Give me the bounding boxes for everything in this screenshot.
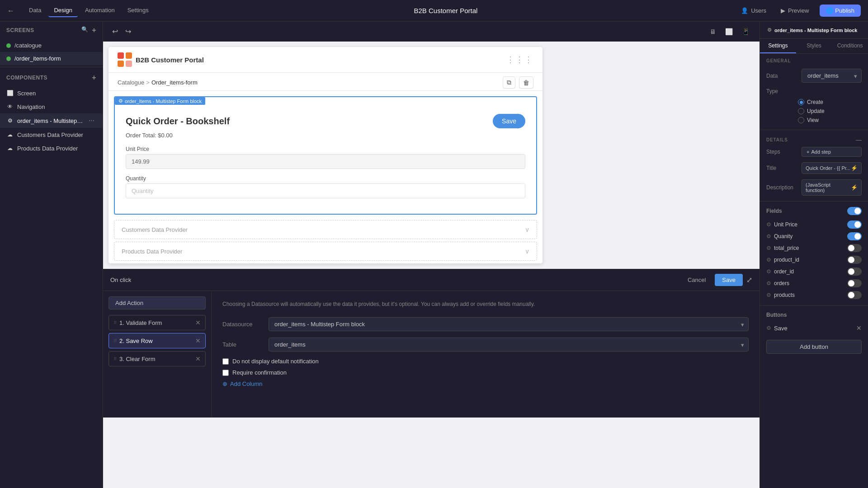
type-row: Type — [760, 85, 868, 97]
sidebar-item-order-items-form[interactable]: /order_items-form — [0, 52, 103, 65]
field-row-unit-price: ⚙ Unit Price — [760, 219, 868, 230]
unit-price-label: Unit Price — [126, 146, 525, 152]
delete-icon-button[interactable]: 🗑 — [519, 76, 533, 89]
more-icon[interactable]: ··· — [87, 117, 96, 125]
expand-button[interactable]: ⤢ — [746, 276, 752, 284]
quantity-field: Quantity — [126, 175, 525, 198]
tab-conditions[interactable]: Conditions — [832, 39, 868, 53]
sidebar-item-screen[interactable]: ⬜ Screen — [0, 86, 103, 100]
add-action-button[interactable]: Add Action — [108, 296, 206, 310]
quantity-input[interactable] — [126, 183, 525, 198]
remove-action-button[interactable]: ✕ — [195, 337, 201, 344]
drag-handle: ⠿ — [113, 357, 117, 361]
gear-icon[interactable]: ⚙ — [766, 268, 771, 275]
field-name: products — [774, 292, 844, 298]
sidebar-item-order-items-form-component[interactable]: ⚙ order_items - Multistep For... ··· — [0, 113, 103, 128]
form-save-button[interactable]: Save — [493, 114, 525, 128]
save-button[interactable]: Save — [715, 274, 743, 286]
lightning-icon[interactable]: ⚡ — [851, 184, 858, 191]
description-input[interactable]: (JavaScript function) ⚡ — [802, 179, 862, 196]
back-button[interactable]: ← — [7, 7, 14, 15]
field-name: Quanity — [774, 233, 844, 239]
header-dots[interactable]: ⋮⋮⋮ — [506, 55, 533, 65]
chevron-down-icon: ∨ — [525, 248, 529, 255]
lightning-icon[interactable]: ⚡ — [851, 165, 858, 171]
sidebar-item-products-data-provider[interactable]: ☁ Products Data Provider — [0, 141, 103, 155]
tab-settings[interactable]: Settings — [760, 39, 796, 53]
tablet-view-button[interactable]: ⬜ — [722, 26, 736, 37]
app-title: B2B Customer Portal — [165, 7, 726, 14]
publish-button[interactable]: 🌐 Publish — [820, 5, 861, 17]
fields-header: Fields — [760, 204, 868, 217]
data-row: Data order_items ▾ — [760, 66, 868, 85]
fields-section: ⚙ Unit Price ⚙ Quanity ⚙ total_price ⚙ p… — [760, 217, 868, 303]
breadcrumb-catalogue[interactable]: Catalogue — [118, 79, 144, 86]
tab-automation[interactable]: Automation — [80, 4, 120, 17]
no-notification-label: Do not display default notification — [232, 358, 319, 365]
type-update[interactable]: Update — [798, 108, 862, 114]
remove-action-button[interactable]: ✕ — [195, 355, 201, 362]
gear-icon[interactable]: ⚙ — [766, 245, 771, 251]
gear-icon[interactable]: ⚙ — [766, 280, 771, 286]
cancel-button[interactable]: Cancel — [682, 274, 711, 286]
field-row-orders: ⚙ orders — [760, 277, 868, 289]
type-view[interactable]: View — [798, 117, 862, 123]
sidebar-item-customers-data-provider[interactable]: ☁ Customers Data Provider — [0, 128, 103, 141]
svg-rect-1 — [126, 52, 132, 59]
gear-icon[interactable]: ⚙ — [766, 221, 771, 228]
field-toggle[interactable] — [847, 291, 862, 299]
preview-button[interactable]: ▶ Preview — [777, 5, 812, 16]
data-select[interactable]: order_items — [802, 69, 862, 83]
require-confirmation-label: Require confirmation — [232, 369, 287, 376]
tab-styles[interactable]: Styles — [796, 39, 832, 53]
collapse-icon[interactable]: — — [856, 136, 862, 143]
require-confirmation-checkbox[interactable] — [222, 370, 229, 376]
add-column-button[interactable]: ⊕ Add Column — [222, 380, 263, 387]
copy-icon-button[interactable]: ⧉ — [503, 76, 515, 89]
remove-button[interactable]: ✕ — [856, 324, 862, 332]
action-item-validate-form[interactable]: ⠿ 1. Validate Form ✕ — [108, 315, 206, 330]
sidebar-item-navigation[interactable]: 👁 Navigation — [0, 100, 103, 113]
canvas-toolbar-right: 🖥 ⬜ 📱 — [707, 26, 752, 37]
screens-section-header: Screens 🔍 + — [0, 22, 103, 39]
add-button-button[interactable]: Add button — [766, 340, 862, 354]
field-toggle[interactable] — [847, 256, 862, 264]
no-notification-checkbox[interactable] — [222, 358, 229, 365]
mobile-view-button[interactable]: 📱 — [739, 26, 752, 37]
title-input[interactable]: Quick Order - {{ Pr... ⚡ — [802, 162, 862, 174]
fields-toggle[interactable] — [847, 207, 862, 215]
breadcrumb-order-items[interactable]: Order_items-form — [151, 79, 198, 86]
users-button[interactable]: 👤 Users — [737, 5, 770, 16]
gear-icon[interactable]: ⚙ — [766, 233, 771, 239]
remove-action-button[interactable]: ✕ — [195, 319, 201, 326]
drag-handle: ⠿ — [113, 320, 117, 325]
desktop-view-button[interactable]: 🖥 — [707, 26, 719, 37]
unit-price-input[interactable] — [126, 154, 525, 169]
add-component-icon[interactable]: + — [92, 74, 96, 82]
datasource-select[interactable]: order_items - Multistep Form block — [269, 317, 749, 331]
gear-icon[interactable]: ⚙ — [766, 292, 771, 298]
buttons-header: Buttons — [760, 309, 868, 320]
sidebar-item-catalogue[interactable]: /catalogue — [0, 39, 103, 52]
add-screen-icon[interactable]: + — [92, 26, 96, 34]
field-toggle[interactable] — [847, 232, 862, 240]
table-select[interactable]: order_items — [269, 338, 749, 352]
action-item-save-row[interactable]: ⠿ 2. Save Row ✕ — [108, 333, 206, 348]
action-item-clear-form[interactable]: ⠿ 3. Clear Form ✕ — [108, 351, 206, 366]
field-toggle[interactable] — [847, 244, 862, 252]
undo-button[interactable]: ↩ — [110, 25, 120, 38]
field-toggle[interactable] — [847, 279, 862, 287]
tab-data[interactable]: Data — [24, 4, 47, 17]
tab-settings[interactable]: Settings — [122, 4, 154, 17]
type-create[interactable]: Create — [798, 99, 862, 105]
top-bar-left: ← Data Design Automation Settings — [7, 4, 154, 17]
search-icon[interactable]: 🔍 — [81, 26, 89, 34]
redo-button[interactable]: ↪ — [123, 25, 133, 38]
data-label: Data — [766, 73, 798, 79]
gear-icon[interactable]: ⚙ — [766, 257, 771, 263]
add-step-button[interactable]: + Add step — [802, 147, 862, 157]
tab-design[interactable]: Design — [48, 4, 77, 17]
field-toggle[interactable] — [847, 221, 862, 229]
field-toggle[interactable] — [847, 267, 862, 276]
gear-icon[interactable]: ⚙ — [766, 325, 771, 331]
